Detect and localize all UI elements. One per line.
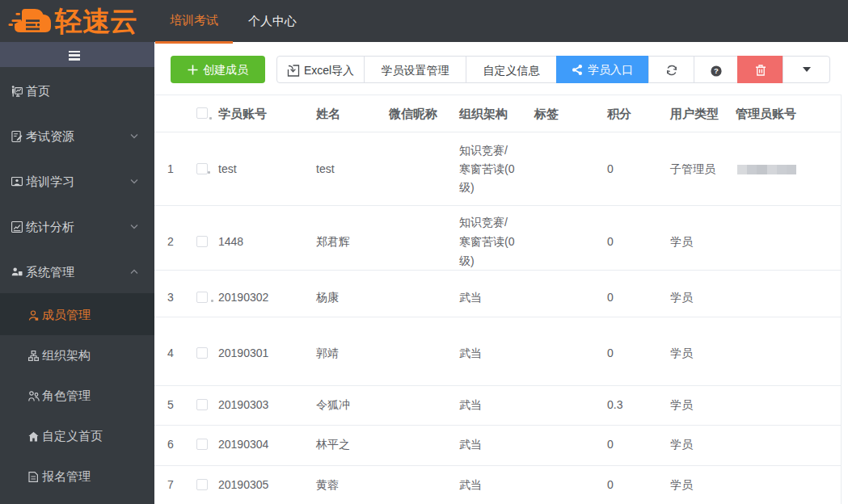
svg-text:?: ?	[714, 66, 719, 75]
